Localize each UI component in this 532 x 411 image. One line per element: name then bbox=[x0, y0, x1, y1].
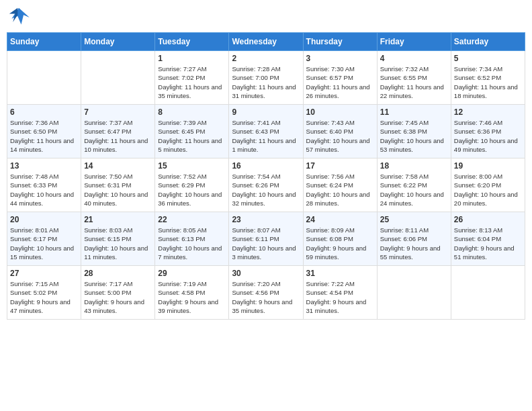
day-number: 23 bbox=[232, 215, 300, 224]
day-info: Sunrise: 7:19 AMSunset: 4:58 PMDaylight:… bbox=[158, 279, 226, 315]
day-info: Sunrise: 8:00 AMSunset: 6:20 PMDaylight:… bbox=[454, 172, 522, 208]
calendar-header: SundayMondayTuesdayWednesdayThursdayFrid… bbox=[7, 33, 525, 51]
calendar-cell: 17Sunrise: 7:56 AMSunset: 6:24 PMDayligh… bbox=[303, 158, 377, 212]
day-number: 14 bbox=[84, 161, 152, 171]
calendar-cell: 6Sunrise: 7:36 AMSunset: 6:50 PMDaylight… bbox=[7, 105, 81, 158]
day-number: 1 bbox=[158, 54, 226, 63]
calendar-cell: 29Sunrise: 7:19 AMSunset: 4:58 PMDayligh… bbox=[155, 266, 229, 320]
day-number: 26 bbox=[454, 215, 522, 224]
day-number: 27 bbox=[10, 269, 78, 278]
day-info: Sunrise: 7:54 AMSunset: 6:26 PMDaylight:… bbox=[232, 172, 300, 208]
calendar-cell: 10Sunrise: 7:43 AMSunset: 6:40 PMDayligh… bbox=[303, 105, 377, 158]
day-number: 22 bbox=[158, 215, 226, 224]
calendar-cell: 12Sunrise: 7:46 AMSunset: 6:36 PMDayligh… bbox=[451, 105, 525, 158]
page-header bbox=[7, 7, 525, 27]
day-info: Sunrise: 7:17 AMSunset: 5:00 PMDaylight:… bbox=[84, 279, 152, 315]
day-number: 7 bbox=[84, 107, 152, 117]
calendar-table: SundayMondayTuesdayWednesdayThursdayFrid… bbox=[7, 32, 525, 320]
day-info: Sunrise: 7:22 AMSunset: 4:54 PMDaylight:… bbox=[306, 279, 374, 315]
day-info: Sunrise: 8:05 AMSunset: 6:13 PMDaylight:… bbox=[158, 226, 226, 261]
day-number: 4 bbox=[380, 54, 448, 63]
calendar-cell bbox=[81, 51, 155, 105]
svg-marker-1 bbox=[9, 8, 17, 22]
day-number: 19 bbox=[454, 161, 522, 171]
day-info: Sunrise: 7:50 AMSunset: 6:31 PMDaylight:… bbox=[84, 172, 152, 208]
header-day-monday: Monday bbox=[81, 33, 155, 51]
calendar-cell: 30Sunrise: 7:20 AMSunset: 4:56 PMDayligh… bbox=[229, 266, 303, 320]
day-info: Sunrise: 7:58 AMSunset: 6:22 PMDaylight:… bbox=[380, 172, 448, 208]
day-number: 9 bbox=[232, 107, 300, 117]
day-number: 24 bbox=[306, 215, 374, 224]
day-number: 29 bbox=[158, 269, 226, 278]
day-info: Sunrise: 7:28 AMSunset: 7:00 PMDaylight:… bbox=[232, 64, 300, 100]
day-info: Sunrise: 7:32 AMSunset: 6:55 PMDaylight:… bbox=[380, 64, 448, 100]
day-info: Sunrise: 8:09 AMSunset: 6:08 PMDaylight:… bbox=[306, 226, 374, 261]
header-row: SundayMondayTuesdayWednesdayThursdayFrid… bbox=[7, 33, 525, 51]
day-number: 3 bbox=[306, 54, 374, 63]
day-number: 12 bbox=[454, 107, 522, 117]
header-day-thursday: Thursday bbox=[303, 33, 377, 51]
calendar-week-5: 27Sunrise: 7:15 AMSunset: 5:02 PMDayligh… bbox=[7, 266, 525, 320]
calendar-cell: 11Sunrise: 7:45 AMSunset: 6:38 PMDayligh… bbox=[377, 105, 451, 158]
day-info: Sunrise: 7:45 AMSunset: 6:38 PMDaylight:… bbox=[380, 118, 448, 154]
day-number: 30 bbox=[232, 269, 300, 278]
day-number: 8 bbox=[158, 107, 226, 117]
day-number: 13 bbox=[10, 161, 78, 171]
calendar-cell: 5Sunrise: 7:34 AMSunset: 6:52 PMDaylight… bbox=[451, 51, 525, 105]
day-number: 16 bbox=[232, 161, 300, 171]
day-number: 5 bbox=[454, 54, 522, 63]
day-info: Sunrise: 7:48 AMSunset: 6:33 PMDaylight:… bbox=[10, 172, 78, 208]
day-number: 18 bbox=[380, 161, 448, 171]
day-info: Sunrise: 8:13 AMSunset: 6:04 PMDaylight:… bbox=[454, 226, 522, 261]
day-number: 20 bbox=[10, 215, 78, 224]
day-info: Sunrise: 7:39 AMSunset: 6:45 PMDaylight:… bbox=[158, 118, 226, 154]
calendar-cell bbox=[7, 51, 81, 105]
day-number: 31 bbox=[306, 269, 374, 278]
header-day-friday: Friday bbox=[377, 33, 451, 51]
calendar-cell: 28Sunrise: 7:17 AMSunset: 5:00 PMDayligh… bbox=[81, 266, 155, 320]
day-number: 25 bbox=[380, 215, 448, 224]
day-number: 6 bbox=[10, 107, 78, 117]
day-number: 2 bbox=[232, 54, 300, 63]
day-info: Sunrise: 7:37 AMSunset: 6:47 PMDaylight:… bbox=[84, 118, 152, 154]
calendar-cell: 27Sunrise: 7:15 AMSunset: 5:02 PMDayligh… bbox=[7, 266, 81, 320]
day-info: Sunrise: 7:36 AMSunset: 6:50 PMDaylight:… bbox=[10, 118, 78, 154]
day-info: Sunrise: 7:15 AMSunset: 5:02 PMDaylight:… bbox=[10, 279, 78, 315]
logo-icon bbox=[7, 7, 31, 27]
day-number: 21 bbox=[84, 215, 152, 224]
calendar-week-1: 1Sunrise: 7:27 AMSunset: 7:02 PMDaylight… bbox=[7, 51, 525, 105]
calendar-cell bbox=[377, 266, 451, 320]
calendar-cell: 24Sunrise: 8:09 AMSunset: 6:08 PMDayligh… bbox=[303, 212, 377, 266]
calendar-cell: 13Sunrise: 7:48 AMSunset: 6:33 PMDayligh… bbox=[7, 158, 81, 212]
calendar-cell: 1Sunrise: 7:27 AMSunset: 7:02 PMDaylight… bbox=[155, 51, 229, 105]
calendar-cell: 22Sunrise: 8:05 AMSunset: 6:13 PMDayligh… bbox=[155, 212, 229, 266]
day-number: 15 bbox=[158, 161, 226, 171]
header-day-sunday: Sunday bbox=[7, 33, 81, 51]
calendar-cell: 3Sunrise: 7:30 AMSunset: 6:57 PMDaylight… bbox=[303, 51, 377, 105]
calendar-cell: 25Sunrise: 8:11 AMSunset: 6:06 PMDayligh… bbox=[377, 212, 451, 266]
day-info: Sunrise: 7:41 AMSunset: 6:43 PMDaylight:… bbox=[232, 118, 300, 154]
day-info: Sunrise: 8:07 AMSunset: 6:11 PMDaylight:… bbox=[232, 226, 300, 261]
day-info: Sunrise: 8:03 AMSunset: 6:15 PMDaylight:… bbox=[84, 226, 152, 261]
day-info: Sunrise: 7:30 AMSunset: 6:57 PMDaylight:… bbox=[306, 64, 374, 100]
calendar-cell: 4Sunrise: 7:32 AMSunset: 6:55 PMDaylight… bbox=[377, 51, 451, 105]
calendar-cell: 20Sunrise: 8:01 AMSunset: 6:17 PMDayligh… bbox=[7, 212, 81, 266]
calendar-cell: 9Sunrise: 7:41 AMSunset: 6:43 PMDaylight… bbox=[229, 105, 303, 158]
header-day-wednesday: Wednesday bbox=[229, 33, 303, 51]
header-day-tuesday: Tuesday bbox=[155, 33, 229, 51]
calendar-cell: 16Sunrise: 7:54 AMSunset: 6:26 PMDayligh… bbox=[229, 158, 303, 212]
calendar-cell: 31Sunrise: 7:22 AMSunset: 4:54 PMDayligh… bbox=[303, 266, 377, 320]
calendar-cell: 18Sunrise: 7:58 AMSunset: 6:22 PMDayligh… bbox=[377, 158, 451, 212]
day-info: Sunrise: 7:52 AMSunset: 6:29 PMDaylight:… bbox=[158, 172, 226, 208]
day-info: Sunrise: 7:46 AMSunset: 6:36 PMDaylight:… bbox=[454, 118, 522, 154]
day-info: Sunrise: 7:34 AMSunset: 6:52 PMDaylight:… bbox=[454, 64, 522, 100]
calendar-week-4: 20Sunrise: 8:01 AMSunset: 6:17 PMDayligh… bbox=[7, 212, 525, 266]
day-info: Sunrise: 7:56 AMSunset: 6:24 PMDaylight:… bbox=[306, 172, 374, 208]
logo bbox=[7, 7, 34, 27]
day-number: 10 bbox=[306, 107, 374, 117]
calendar-cell: 7Sunrise: 7:37 AMSunset: 6:47 PMDaylight… bbox=[81, 105, 155, 158]
calendar-cell: 14Sunrise: 7:50 AMSunset: 6:31 PMDayligh… bbox=[81, 158, 155, 212]
calendar-cell: 21Sunrise: 8:03 AMSunset: 6:15 PMDayligh… bbox=[81, 212, 155, 266]
day-info: Sunrise: 7:43 AMSunset: 6:40 PMDaylight:… bbox=[306, 118, 374, 154]
calendar-cell: 19Sunrise: 8:00 AMSunset: 6:20 PMDayligh… bbox=[451, 158, 525, 212]
